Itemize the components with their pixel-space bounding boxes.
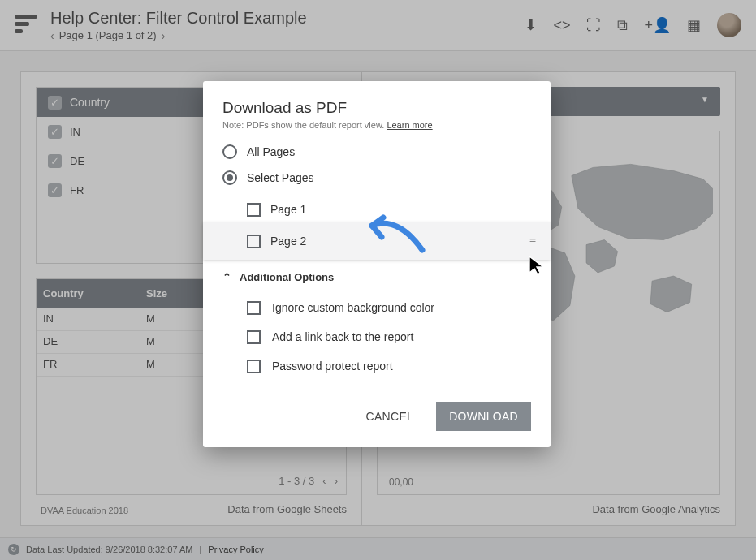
opt-ignore-bg[interactable]: Ignore custom background color xyxy=(247,293,531,322)
download-button[interactable]: DOWNLOAD xyxy=(436,402,531,431)
learn-more-link[interactable]: Learn more xyxy=(387,120,432,130)
download-pdf-dialog: Download as PDF Note: PDFs show the defa… xyxy=(203,81,551,447)
radio-all-pages[interactable]: All Pages xyxy=(222,144,531,159)
checkbox-icon[interactable] xyxy=(247,235,261,248)
additional-options-toggle[interactable]: ⌃ Additional Options xyxy=(222,271,531,283)
dialog-note: Note: PDFs show the default report view.… xyxy=(222,120,531,130)
radio-select-pages[interactable]: Select Pages xyxy=(222,170,531,185)
radio-icon[interactable] xyxy=(222,144,237,159)
radio-icon[interactable] xyxy=(222,170,237,185)
cancel-button[interactable]: CANCEL xyxy=(355,402,426,431)
drag-handle-icon[interactable]: ≡ xyxy=(529,235,536,248)
chevron-up-icon: ⌃ xyxy=(222,271,231,283)
opt-link-back[interactable]: Add a link back to the report xyxy=(247,322,531,351)
checkbox-icon[interactable] xyxy=(247,301,261,315)
checkbox-icon[interactable] xyxy=(247,330,261,344)
checkbox-icon[interactable] xyxy=(247,203,261,217)
dialog-title: Download as PDF xyxy=(222,99,531,117)
page-check-2[interactable]: Page 2 ≡ xyxy=(203,222,551,260)
page-check-1[interactable]: Page 1 xyxy=(247,196,531,222)
checkbox-icon[interactable] xyxy=(247,360,261,373)
opt-password[interactable]: Password protect report xyxy=(247,351,531,381)
